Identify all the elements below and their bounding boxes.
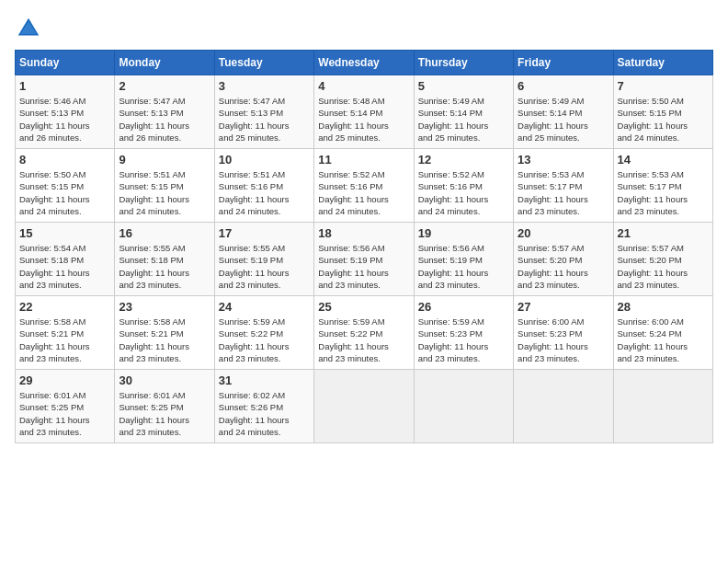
calendar-cell: 6Sunrise: 5:49 AM Sunset: 5:14 PM Daylig…: [514, 75, 613, 149]
day-number: 27: [518, 300, 609, 314]
day-number: 6: [518, 79, 609, 93]
day-info: Sunrise: 6:02 AM Sunset: 5:26 PM Dayligh…: [219, 389, 310, 438]
day-info: Sunrise: 6:00 AM Sunset: 5:24 PM Dayligh…: [618, 316, 709, 364]
calendar-cell: [514, 370, 613, 443]
day-number: 20: [518, 226, 609, 240]
calendar-cell: 2Sunrise: 5:47 AM Sunset: 5:13 PM Daylig…: [115, 75, 214, 149]
calendar-cell: 3Sunrise: 5:47 AM Sunset: 5:13 PM Daylig…: [214, 75, 313, 149]
header: [15, 15, 713, 42]
calendar-cell: 27Sunrise: 6:00 AM Sunset: 5:23 PM Dayli…: [514, 296, 613, 370]
calendar-cell: 14Sunrise: 5:53 AM Sunset: 5:17 PM Dayli…: [613, 149, 712, 223]
day-number: 28: [618, 300, 709, 314]
calendar-header-row: SundayMondayTuesdayWednesdayThursdayFrid…: [16, 51, 713, 75]
calendar-cell: [314, 370, 414, 443]
calendar-cell: 25Sunrise: 5:59 AM Sunset: 5:22 PM Dayli…: [314, 296, 414, 370]
calendar-header-tuesday: Tuesday: [214, 51, 313, 75]
day-number: 13: [518, 153, 609, 167]
day-number: 15: [19, 226, 110, 240]
logo: [15, 15, 46, 42]
day-number: 10: [219, 153, 310, 167]
calendar-week-3: 15Sunrise: 5:54 AM Sunset: 5:18 PM Dayli…: [16, 223, 713, 296]
calendar-cell: 22Sunrise: 5:58 AM Sunset: 5:21 PM Dayli…: [16, 296, 115, 370]
day-info: Sunrise: 5:58 AM Sunset: 5:21 PM Dayligh…: [19, 316, 110, 364]
day-number: 8: [19, 153, 110, 167]
calendar-cell: 18Sunrise: 5:56 AM Sunset: 5:19 PM Dayli…: [314, 223, 414, 296]
calendar-cell: [613, 370, 712, 443]
calendar-header-monday: Monday: [115, 51, 214, 75]
calendar-cell: 17Sunrise: 5:55 AM Sunset: 5:19 PM Dayli…: [214, 223, 313, 296]
day-info: Sunrise: 5:58 AM Sunset: 5:21 PM Dayligh…: [119, 316, 210, 364]
day-number: 23: [119, 300, 210, 314]
day-info: Sunrise: 6:01 AM Sunset: 5:25 PM Dayligh…: [119, 389, 210, 438]
day-info: Sunrise: 5:49 AM Sunset: 5:14 PM Dayligh…: [418, 95, 509, 144]
day-number: 24: [219, 300, 310, 314]
day-info: Sunrise: 6:00 AM Sunset: 5:23 PM Dayligh…: [518, 316, 609, 364]
day-info: Sunrise: 5:59 AM Sunset: 5:22 PM Dayligh…: [318, 316, 409, 364]
day-number: 1: [19, 79, 110, 93]
day-info: Sunrise: 5:53 AM Sunset: 5:17 PM Dayligh…: [618, 168, 709, 217]
calendar-cell: 13Sunrise: 5:53 AM Sunset: 5:17 PM Dayli…: [514, 149, 613, 223]
calendar-cell: 24Sunrise: 5:59 AM Sunset: 5:22 PM Dayli…: [214, 296, 313, 370]
calendar-cell: 19Sunrise: 5:56 AM Sunset: 5:19 PM Dayli…: [414, 223, 513, 296]
day-number: 9: [119, 153, 210, 167]
day-number: 31: [219, 373, 310, 387]
day-info: Sunrise: 5:50 AM Sunset: 5:15 PM Dayligh…: [618, 95, 709, 144]
calendar-cell: 10Sunrise: 5:51 AM Sunset: 5:16 PM Dayli…: [214, 149, 313, 223]
day-info: Sunrise: 5:55 AM Sunset: 5:19 PM Dayligh…: [219, 242, 310, 291]
calendar-cell: 1Sunrise: 5:46 AM Sunset: 5:13 PM Daylig…: [16, 75, 115, 149]
day-info: Sunrise: 5:57 AM Sunset: 5:20 PM Dayligh…: [518, 242, 609, 291]
day-number: 17: [219, 226, 310, 240]
logo-icon: [15, 15, 42, 42]
day-number: 29: [19, 373, 110, 387]
day-info: Sunrise: 5:47 AM Sunset: 5:13 PM Dayligh…: [219, 95, 310, 144]
calendar-week-5: 29Sunrise: 6:01 AM Sunset: 5:25 PM Dayli…: [16, 370, 713, 443]
calendar-header-sunday: Sunday: [16, 51, 115, 75]
day-number: 19: [418, 226, 509, 240]
calendar-cell: 21Sunrise: 5:57 AM Sunset: 5:20 PM Dayli…: [613, 223, 712, 296]
calendar-week-2: 8Sunrise: 5:50 AM Sunset: 5:15 PM Daylig…: [16, 149, 713, 223]
day-number: 5: [418, 79, 509, 93]
calendar-cell: 5Sunrise: 5:49 AM Sunset: 5:14 PM Daylig…: [414, 75, 513, 149]
day-number: 18: [318, 226, 409, 240]
day-number: 26: [418, 300, 509, 314]
calendar-cell: 15Sunrise: 5:54 AM Sunset: 5:18 PM Dayli…: [16, 223, 115, 296]
calendar-header-saturday: Saturday: [613, 51, 712, 75]
day-number: 7: [618, 79, 709, 93]
calendar-cell: 9Sunrise: 5:51 AM Sunset: 5:15 PM Daylig…: [115, 149, 214, 223]
day-info: Sunrise: 5:52 AM Sunset: 5:16 PM Dayligh…: [318, 168, 409, 217]
day-info: Sunrise: 5:57 AM Sunset: 5:20 PM Dayligh…: [618, 242, 709, 291]
day-number: 3: [219, 79, 310, 93]
day-info: Sunrise: 5:49 AM Sunset: 5:14 PM Dayligh…: [518, 95, 609, 144]
calendar-cell: 28Sunrise: 6:00 AM Sunset: 5:24 PM Dayli…: [613, 296, 712, 370]
calendar-cell: 8Sunrise: 5:50 AM Sunset: 5:15 PM Daylig…: [16, 149, 115, 223]
calendar-cell: 11Sunrise: 5:52 AM Sunset: 5:16 PM Dayli…: [314, 149, 414, 223]
day-number: 4: [318, 79, 409, 93]
day-info: Sunrise: 5:56 AM Sunset: 5:19 PM Dayligh…: [418, 242, 509, 291]
day-number: 25: [318, 300, 409, 314]
day-number: 14: [618, 153, 709, 167]
day-info: Sunrise: 5:51 AM Sunset: 5:16 PM Dayligh…: [219, 168, 310, 217]
day-info: Sunrise: 5:53 AM Sunset: 5:17 PM Dayligh…: [518, 168, 609, 217]
day-info: Sunrise: 5:59 AM Sunset: 5:23 PM Dayligh…: [418, 316, 509, 364]
calendar-table: SundayMondayTuesdayWednesdayThursdayFrid…: [15, 50, 713, 443]
day-number: 11: [318, 153, 409, 167]
day-info: Sunrise: 5:47 AM Sunset: 5:13 PM Dayligh…: [119, 95, 210, 144]
calendar-cell: 26Sunrise: 5:59 AM Sunset: 5:23 PM Dayli…: [414, 296, 513, 370]
calendar-cell: 31Sunrise: 6:02 AM Sunset: 5:26 PM Dayli…: [214, 370, 313, 443]
calendar-cell: 16Sunrise: 5:55 AM Sunset: 5:18 PM Dayli…: [115, 223, 214, 296]
calendar-cell: 7Sunrise: 5:50 AM Sunset: 5:15 PM Daylig…: [613, 75, 712, 149]
day-number: 21: [618, 226, 709, 240]
day-info: Sunrise: 6:01 AM Sunset: 5:25 PM Dayligh…: [19, 389, 110, 438]
day-info: Sunrise: 5:56 AM Sunset: 5:19 PM Dayligh…: [318, 242, 409, 291]
day-number: 2: [119, 79, 210, 93]
calendar-cell: [414, 370, 513, 443]
day-info: Sunrise: 5:59 AM Sunset: 5:22 PM Dayligh…: [219, 316, 310, 364]
day-number: 30: [119, 373, 210, 387]
day-number: 16: [119, 226, 210, 240]
calendar-week-1: 1Sunrise: 5:46 AM Sunset: 5:13 PM Daylig…: [16, 75, 713, 149]
day-info: Sunrise: 5:51 AM Sunset: 5:15 PM Dayligh…: [119, 168, 210, 217]
calendar-cell: 12Sunrise: 5:52 AM Sunset: 5:16 PM Dayli…: [414, 149, 513, 223]
day-info: Sunrise: 5:54 AM Sunset: 5:18 PM Dayligh…: [19, 242, 110, 291]
day-number: 22: [19, 300, 110, 314]
calendar-cell: 30Sunrise: 6:01 AM Sunset: 5:25 PM Dayli…: [115, 370, 214, 443]
